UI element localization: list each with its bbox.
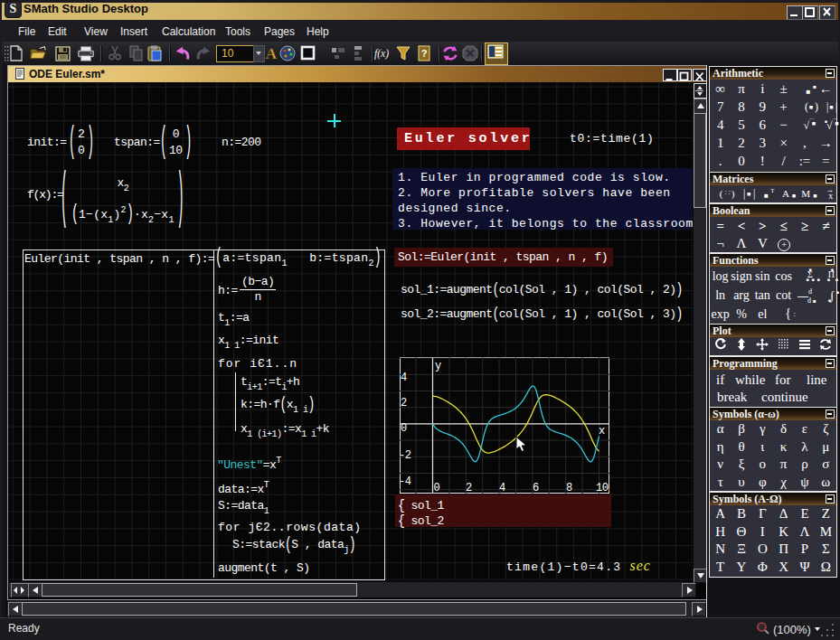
svg-text:A: A — [266, 45, 278, 62]
svg-text:f(x): f(x) — [374, 48, 389, 60]
svg-text:?: ? — [421, 48, 428, 59]
